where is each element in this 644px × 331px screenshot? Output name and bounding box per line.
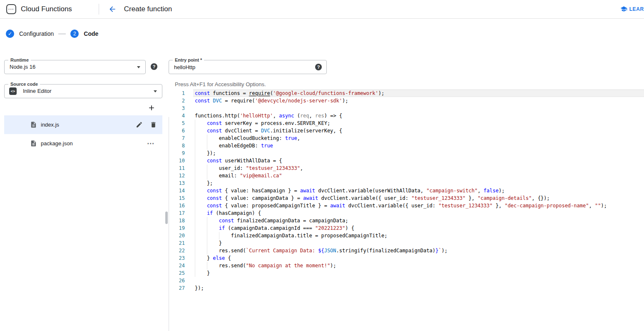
code-line-6[interactable]: 6const dvcClient = DVC.initialize(server… — [169, 127, 644, 134]
code-line-content[interactable]: const { value: hasCampaign } = await dvc… — [193, 187, 644, 194]
more-icon[interactable]: ⋯ — [146, 139, 156, 149]
file-icon — [30, 140, 37, 147]
code-line-3[interactable]: 3 — [169, 105, 644, 112]
indent-guide — [195, 232, 207, 239]
code-line-content[interactable] — [193, 277, 644, 284]
indent-guide — [195, 224, 207, 232]
code-line-content[interactable] — [193, 105, 644, 112]
code-line-27[interactable]: 27}); — [169, 284, 644, 292]
code-line-content[interactable]: if (campaignData.campaignId === "2022122… — [193, 224, 644, 232]
entry-point-label: Entry point * — [173, 57, 204, 62]
learn-link[interactable]: LEARN — [620, 5, 644, 12]
edit-icon[interactable] — [134, 120, 144, 130]
line-number: 24 — [169, 262, 185, 269]
indent-guide — [195, 194, 207, 202]
runtime-select[interactable]: Runtime Node.js 16 — [4, 60, 146, 74]
code-line-content[interactable]: res.send("No campaign at the moment!"); — [193, 262, 644, 269]
code-line-content[interactable]: }; — [193, 179, 644, 187]
entry-point-field[interactable]: Entry point * ? — [169, 60, 327, 74]
code-line-19[interactable]: 19if (campaignData.campaignId === "20221… — [169, 224, 644, 232]
code-line-content[interactable]: user_id: "testuser_1234333", — [193, 164, 644, 172]
indent-guide — [195, 164, 207, 172]
indent-guide — [195, 134, 207, 142]
code-line-20[interactable]: 20finalizedCampaignData.title = proposed… — [169, 232, 644, 239]
file-row-package.json[interactable]: package.json⋯ — [4, 134, 162, 153]
code-line-content[interactable]: enableEdgeDB: true — [193, 142, 644, 149]
code-line-content[interactable]: const functions = require('@google-cloud… — [193, 90, 644, 97]
back-arrow-icon[interactable] — [107, 4, 117, 14]
indent-guide — [195, 127, 207, 134]
line-number: 25 — [169, 269, 185, 277]
code-line-13[interactable]: 13}; — [169, 179, 644, 187]
code-line-25[interactable]: 25} — [169, 269, 644, 277]
line-number: 19 — [169, 224, 185, 232]
code-line-26[interactable]: 26 — [169, 277, 644, 284]
panel-resize-handle[interactable] — [165, 212, 168, 224]
code-line-2[interactable]: 2const DVC = require('@devcycle/nodejs-s… — [169, 97, 644, 105]
code-line-4[interactable]: 4functions.http('helloHttp', async (req,… — [169, 112, 644, 119]
runtime-help-icon[interactable]: ? — [151, 63, 157, 70]
code-line-18[interactable]: 18const finalizedCampaignData = campaign… — [169, 217, 644, 224]
indent-guide — [195, 142, 207, 149]
code-line-content[interactable]: enableCloudBucketing: true, — [193, 134, 644, 142]
learn-icon — [620, 5, 627, 12]
code-line-14[interactable]: 14const { value: hasCampaign } = await d… — [169, 187, 644, 194]
code-line-content[interactable]: }); — [193, 149, 644, 157]
code-line-17[interactable]: 17if (hasCampaign) { — [169, 209, 644, 217]
entry-point-input[interactable] — [174, 61, 299, 73]
indent-guide — [207, 262, 219, 269]
line-number: 18 — [169, 217, 185, 224]
code-line-content[interactable]: res.send(`Current Campaign Data: ${JSON.… — [193, 247, 644, 254]
line-number: 22 — [169, 247, 185, 254]
line-number: 4 — [169, 112, 185, 119]
code-line-content[interactable]: const { value: campaignData } = await dv… — [193, 194, 644, 202]
code-line-content[interactable]: finalizedCampaignData.title = proposedCa… — [193, 232, 644, 239]
indent-guide — [207, 172, 219, 179]
step-code-number[interactable]: 2 — [70, 30, 79, 38]
code-line-16[interactable]: 16const { value: proposedCampaignTitle }… — [169, 202, 644, 209]
delete-icon[interactable] — [148, 120, 158, 130]
code-line-content[interactable]: } else { — [193, 254, 644, 262]
code-line-1[interactable]: 1const functions = require('@google-clou… — [169, 90, 644, 97]
line-number: 13 — [169, 179, 185, 187]
code-line-content[interactable]: const DVC = require('@devcycle/nodejs-se… — [193, 97, 644, 105]
indent-guide — [195, 202, 207, 209]
line-number: 6 — [169, 127, 185, 134]
code-line-23[interactable]: 23} else { — [169, 254, 644, 262]
code-line-9[interactable]: 9}); — [169, 149, 644, 157]
code-line-12[interactable]: 12email: "vip@email.ca" — [169, 172, 644, 179]
step-configuration-check-icon[interactable]: ✓ — [6, 30, 14, 38]
code-line-content[interactable]: functions.http('helloHttp', async (req, … — [193, 112, 644, 119]
code-line-8[interactable]: 8enableEdgeDB: true — [169, 142, 644, 149]
entry-point-help-icon[interactable]: ? — [315, 64, 322, 70]
code-line-21[interactable]: 21} — [169, 239, 644, 247]
file-row-index.js[interactable]: index.js — [4, 115, 162, 134]
indent-guide — [195, 179, 207, 187]
cloud-functions-logo-icon: ··· — [6, 4, 16, 14]
code-line-7[interactable]: 7enableCloudBucketing: true, — [169, 134, 644, 142]
code-line-content[interactable]: if (hasCampaign) { — [193, 209, 644, 217]
code-line-11[interactable]: 11user_id: "testuser_1234333", — [169, 164, 644, 172]
code-line-content[interactable]: email: "vip@email.ca" — [193, 172, 644, 179]
source-code-select[interactable]: Source code <> Inline Editor — [4, 84, 162, 98]
code-line-24[interactable]: 24res.send("No campaign at the moment!")… — [169, 262, 644, 269]
add-file-button[interactable] — [147, 103, 157, 113]
code-line-content[interactable]: }); — [193, 284, 644, 292]
code-line-content[interactable]: } — [193, 239, 644, 247]
code-editor[interactable]: 1const functions = require('@google-clou… — [169, 90, 644, 331]
code-line-content[interactable]: const serverKey = process.env.SERVER_KEY… — [193, 119, 644, 127]
code-line-5[interactable]: 5const serverKey = process.env.SERVER_KE… — [169, 119, 644, 127]
line-number: 9 — [169, 149, 185, 157]
code-line-content[interactable]: } — [193, 269, 644, 277]
code-line-content[interactable]: const userWithAllData = { — [193, 157, 644, 164]
code-line-10[interactable]: 10const userWithAllData = { — [169, 157, 644, 164]
step-code-label[interactable]: Code — [84, 30, 98, 37]
line-number: 26 — [169, 277, 185, 284]
indent-guide — [219, 232, 231, 239]
code-line-15[interactable]: 15const { value: campaignData } = await … — [169, 194, 644, 202]
code-line-22[interactable]: 22res.send(`Current Campaign Data: ${JSO… — [169, 247, 644, 254]
step-configuration-label[interactable]: Configuration — [19, 30, 54, 37]
code-line-content[interactable]: const finalizedCampaignData = campaignDa… — [193, 217, 644, 224]
code-line-content[interactable]: const { value: proposedCampaignTitle } =… — [193, 202, 644, 209]
code-line-content[interactable]: const dvcClient = DVC.initialize(serverK… — [193, 127, 644, 134]
